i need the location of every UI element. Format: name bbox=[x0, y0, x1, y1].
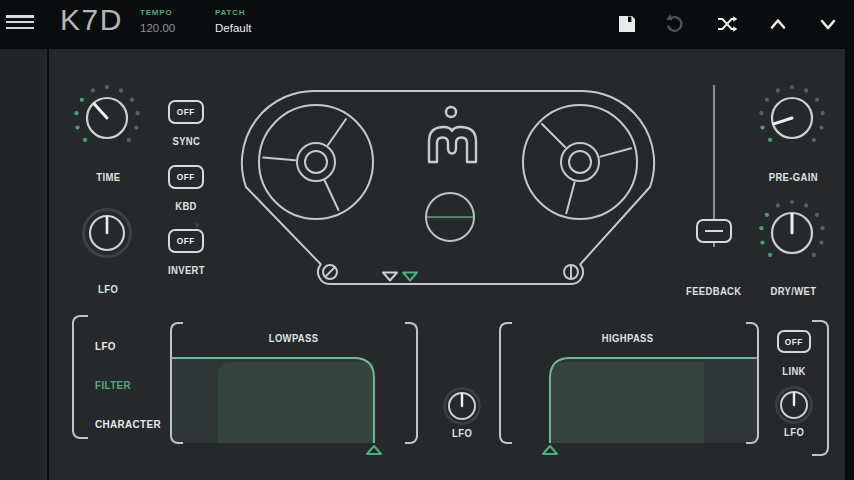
undo-icon[interactable] bbox=[664, 13, 686, 35]
highpass-lfo-knob[interactable] bbox=[772, 383, 816, 427]
kbd-state: OFF bbox=[177, 172, 195, 182]
sync-state: OFF bbox=[177, 107, 195, 117]
patch-up-icon[interactable] bbox=[767, 13, 789, 35]
drywet-knob[interactable] bbox=[757, 198, 827, 268]
lowpass-lfo-knob[interactable] bbox=[440, 384, 484, 428]
highpass-lfo-knob-graphic bbox=[772, 383, 816, 427]
patch-value[interactable]: Default bbox=[215, 22, 251, 34]
tempo-group: TEMPO 120.00 bbox=[140, 0, 175, 34]
time-label: TIME bbox=[96, 171, 120, 183]
randomize-icon[interactable] bbox=[716, 13, 738, 35]
patch-group: PATCH Default bbox=[215, 0, 251, 34]
tape-marker-gray bbox=[383, 273, 397, 281]
plugin-window: K7D TEMPO 120.00 PATCH Default bbox=[0, 0, 854, 480]
pregain-label: PRE-GAIN bbox=[768, 171, 817, 183]
left-strip bbox=[0, 49, 47, 480]
scope-display bbox=[426, 193, 474, 241]
pregain-knob-graphic bbox=[757, 83, 827, 153]
lowpass-curve[interactable] bbox=[170, 352, 384, 458]
sync-toggle[interactable]: OFF bbox=[168, 100, 204, 124]
kbd-toggle[interactable]: OFF bbox=[168, 165, 204, 189]
brand-logo bbox=[429, 107, 476, 162]
invert-label: INVERT bbox=[168, 264, 205, 276]
tape-deck-graphic bbox=[235, 78, 665, 290]
link-bracket bbox=[812, 320, 829, 456]
link-state: OFF bbox=[785, 337, 803, 347]
highpass-bracket-left bbox=[499, 322, 512, 444]
tab-lfo[interactable]: LFO bbox=[95, 340, 116, 352]
main-panel: TIME LFO OFF SYNC OFF KBD OFF bbox=[49, 49, 845, 480]
highpass-curve[interactable] bbox=[538, 352, 764, 458]
pregain-knob[interactable] bbox=[757, 83, 827, 153]
drywet-knob-graphic bbox=[757, 198, 827, 268]
invert-toggle[interactable]: OFF bbox=[168, 229, 204, 253]
time-knob[interactable] bbox=[72, 83, 142, 153]
highpass-title: HIGHPASS bbox=[602, 332, 654, 344]
lowpass-lfo-knob-graphic bbox=[440, 384, 484, 428]
tempo-value[interactable]: 120.00 bbox=[140, 22, 175, 34]
feedback-handle[interactable] bbox=[696, 219, 732, 243]
highpass-lfo-label: LFO bbox=[784, 426, 804, 438]
link-label: LINK bbox=[782, 365, 805, 377]
link-toggle[interactable]: OFF bbox=[777, 330, 811, 353]
tick-dot bbox=[195, 223, 199, 227]
patch-down-icon[interactable] bbox=[817, 13, 839, 35]
lowpass-lfo-label: LFO bbox=[452, 427, 472, 439]
app-logo: K7D bbox=[60, 3, 123, 37]
save-icon[interactable] bbox=[616, 13, 638, 35]
patch-label: PATCH bbox=[215, 8, 251, 17]
highpass-cutoff-handle[interactable] bbox=[543, 446, 557, 454]
tab-filter[interactable]: FILTER bbox=[95, 379, 131, 391]
delay-lfo-knob-graphic bbox=[77, 203, 137, 263]
invert-state: OFF bbox=[177, 236, 195, 246]
kbd-label: KBD bbox=[175, 200, 197, 212]
lowpass-title: LOWPASS bbox=[269, 332, 319, 344]
delay-lfo-knob[interactable] bbox=[77, 203, 137, 263]
tab-character[interactable]: CHARACTER bbox=[95, 418, 161, 430]
time-knob-graphic bbox=[72, 83, 142, 153]
delay-lfo-label: LFO bbox=[98, 283, 118, 295]
tempo-label: TEMPO bbox=[140, 8, 175, 17]
menu-icon[interactable] bbox=[6, 15, 34, 29]
tape-marker-green bbox=[403, 273, 417, 281]
tab-bracket bbox=[72, 315, 88, 439]
drywet-label: DRY/WET bbox=[770, 285, 816, 297]
lowpass-cutoff-handle[interactable] bbox=[367, 446, 381, 454]
sync-label: SYNC bbox=[172, 135, 200, 147]
top-bar: K7D TEMPO 120.00 PATCH Default bbox=[0, 0, 854, 48]
